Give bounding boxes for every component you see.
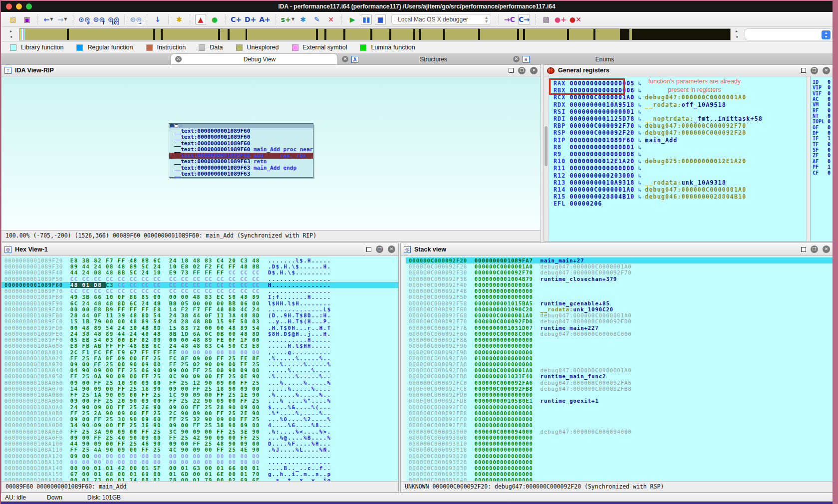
register-row[interactable]: R14 000000C0000001A0 ↳ debug047:000000C0… [549, 186, 806, 193]
float-panel-button[interactable] [509, 68, 514, 73]
flag-row[interactable]: DF 0 [811, 130, 833, 136]
tab-enums[interactable]: ✕ ≡ Enums [509, 54, 680, 64]
hex-row[interactable]: 000000000108A040 04 90 09 00 FF 25 06 90… [1, 367, 398, 373]
follow-pointer-icon[interactable]: ↳ [634, 186, 645, 193]
hex-row[interactable]: 000000000108A020 FF 25 FA 8F 09 00 FF 25… [1, 355, 398, 361]
lumina-icon[interactable]: ● [209, 14, 220, 25]
register-row[interactable]: R11 0000000000000000 ↳ [549, 165, 806, 172]
create-function-icon[interactable]: ✱ [297, 14, 308, 25]
stack-row[interactable]: 000000C000093000 000000C000094000 debug0… [406, 429, 833, 435]
register-row[interactable]: R10 00000000012E1A20 ↳ debug025:00000000… [549, 158, 806, 165]
navband-combobox[interactable]: ▲▼ [745, 28, 833, 40]
undefine-icon[interactable]: ✕ [325, 14, 336, 25]
highlight-lock-icon[interactable]: ✱ [174, 14, 185, 25]
follow-pointer-icon[interactable]: ↳ [634, 144, 645, 151]
hex-row[interactable]: 000000000108A030 09 00 FF 25 00 90 09 00… [1, 361, 398, 367]
stack-row[interactable]: 000000C000093038 0000000000000000 [406, 471, 833, 477]
follow-pointer-icon[interactable]: ↳ [634, 101, 645, 108]
register-row[interactable]: R15 0000000028804B10 ↳ debug046:00000000… [549, 193, 806, 200]
flag-row[interactable]: IOPL 0 [811, 119, 833, 124]
hex-row[interactable]: 0000000001089F30 89 44 24 08 48 89 5C 24… [1, 263, 398, 269]
stack-row[interactable]: 000000C000092F60 0000000001090C20 __roda… [406, 306, 833, 312]
flag-row[interactable]: VIP 0 [811, 85, 833, 90]
hex-row[interactable]: 000000000108A090 09 00 FF 25 20 90 09 00… [1, 398, 398, 404]
stack-row[interactable]: 000000C000092F88 0000000000000000 [406, 337, 833, 343]
navigate-back-icon[interactable]: ←▼ [43, 14, 54, 25]
search-value-icon[interactable]: ⊙⊙101 [108, 14, 119, 25]
create-data-icon[interactable]: D+ [245, 14, 256, 25]
flag-row[interactable]: NT 0 [811, 113, 833, 119]
hex-row[interactable]: 0000000001089FF0 05 EB 54 03 00 BF 02 00… [1, 337, 398, 343]
create-code-icon[interactable]: C+ [231, 14, 242, 25]
stack-row[interactable]: 000000C000093010 0000000000000000 [406, 441, 833, 447]
register-row[interactable]: RCX 000000C0000001A0 ↳ debug047:000000C0… [549, 94, 806, 101]
ida-view-header[interactable]: ≡ IDA View-RIP ❐ ✕ [1, 65, 541, 76]
stack-row[interactable]: 000000C000093040 0000000000000000 [406, 477, 833, 481]
hex-row[interactable]: 000000000108A080 FF 25 1A 90 09 00 FF 25… [1, 392, 398, 398]
hex-row[interactable]: 000000000108A100 44 90 09 00 FF 25 46 90… [1, 441, 398, 447]
follow-pointer-icon[interactable]: ↳ [634, 129, 645, 136]
stack-row[interactable]: 000000C000092FD0 0000000000000000 [406, 392, 833, 398]
follow-pointer-icon[interactable]: ↳ [634, 122, 645, 129]
float-panel-button[interactable] [801, 247, 806, 252]
stack-row[interactable]: 000000C000092F20 0000000001089FA7 main_m… [406, 257, 833, 263]
stack-view-header[interactable]: ◎ Stack view ❐ ✕ [401, 243, 833, 256]
float-panel-button[interactable] [366, 247, 371, 252]
search-text-icon[interactable]: ⊙⊙T [93, 14, 104, 25]
register-row[interactable]: RDI 0000000001125D78 ↳ __noptrdata:_fmt.… [549, 115, 806, 122]
stack-row[interactable]: 000000C000093008 0000000000000000 [406, 435, 833, 441]
stack-dump[interactable]: 000000C000092F20 0000000001089FA7 main_m… [401, 256, 833, 481]
step-into-icon[interactable]: →C [504, 14, 515, 25]
follow-pointer-icon[interactable]: ↳ [634, 137, 645, 144]
hex-row[interactable]: 0000000001089F90 6C 24 48 48 8D 6C 24 48… [1, 300, 398, 306]
navband-right-arrows[interactable]: ▸◂ [734, 28, 740, 39]
stack-row[interactable]: 000000C000092FF8 0000000000000000 [406, 422, 833, 428]
follow-pointer-icon[interactable]: ↳ [634, 158, 645, 165]
close-panel-button[interactable]: ✕ [823, 246, 830, 253]
stack-row[interactable]: 000000C000093018 0000000000000000 [406, 447, 833, 453]
register-row[interactable]: R13 00000000010A9318 ↳ __rodata:unk_10A9… [549, 179, 806, 186]
float-panel-button[interactable] [801, 68, 806, 73]
close-icon[interactable]: ✕ [342, 56, 348, 62]
hex-row[interactable]: 000000000108A0C0 09 00 FF 25 30 90 09 00… [1, 416, 398, 422]
follow-pointer-icon[interactable]: ↳ [634, 179, 645, 186]
register-row[interactable]: RSI 0000000000000001 ↳ [549, 108, 806, 115]
close-panel-button[interactable]: ✕ [823, 67, 830, 74]
close-icon[interactable]: ✕ [513, 56, 520, 62]
register-row[interactable]: RIP 0000000001089F60 ↳ main_Add [549, 137, 806, 144]
flag-row[interactable]: TF 0 [811, 142, 833, 147]
problems-icon[interactable]: ▲ [195, 14, 206, 25]
registers-header[interactable]: General registers ❐ ✕ [544, 65, 833, 76]
hex-row[interactable]: 000000000108A0D0 34 90 09 00 FF 25 36 90… [1, 422, 398, 428]
flag-row[interactable]: IF 1 [811, 136, 833, 141]
stack-row[interactable]: 000000C000092FC8 000000C000092FB8 debug0… [406, 386, 833, 392]
hex-row[interactable]: 0000000001089F70 CC CC CC CC CC CC CC CC… [1, 288, 398, 294]
continue-process-icon[interactable]: ▶ [347, 14, 358, 25]
hex-view-header[interactable]: ◎ Hex View-1 ❐ ✕ [1, 243, 398, 256]
hex-row[interactable]: 0000000001089FD0 00 48 89 54 24 30 48 8D… [1, 325, 398, 331]
hex-row[interactable]: 000000000108A0B0 FF 25 2A 90 09 00 FF 25… [1, 410, 398, 416]
hex-row[interactable]: 000000000108A110 FF 25 4A 90 09 00 FF 25… [1, 447, 398, 453]
stop-process-icon[interactable]: ■ [375, 14, 386, 25]
hex-row[interactable]: 000000000108A160 00 01 73 00 01 74 00 01… [1, 477, 398, 481]
flag-row[interactable]: ZF 0 [811, 153, 833, 158]
follow-pointer-icon[interactable]: ↳ [634, 151, 645, 158]
hex-row[interactable]: 000000000108A060 09 00 FF 25 10 90 09 00… [1, 380, 398, 386]
hex-row[interactable]: 0000000001089FA0 00 00 E8 B9 FF FF FF E8… [1, 306, 398, 312]
close-panel-button[interactable]: ✕ [388, 246, 395, 253]
follow-pointer-icon[interactable]: ↳ [634, 165, 645, 172]
create-struct-icon[interactable]: s+▼ [281, 14, 294, 25]
follow-pointer-icon[interactable]: ↳ [634, 115, 645, 122]
hex-row[interactable]: 0000000001089FB0 28 44 0F 11 39 48 8D 54… [1, 312, 398, 318]
stack-row[interactable]: 000000C000092F80 000000C00008C000 debug0… [406, 331, 833, 337]
hex-row[interactable]: 000000000108A000 E8 FB AB FF FF 48 8B 6C… [1, 343, 398, 349]
stack-row[interactable]: 000000C000092F38 0000000001004B79 runtim… [406, 276, 833, 282]
flag-row[interactable]: RF 0 [811, 108, 833, 113]
stack-row[interactable]: 000000C000092FE0 0000000000000000 [406, 404, 833, 410]
stack-row[interactable]: 000000C000092FE8 0000000000000000 [406, 410, 833, 416]
tab-debug-view[interactable]: ✕ Debug View [171, 54, 337, 64]
flag-row[interactable]: PF 1 [811, 164, 833, 170]
stack-row[interactable]: 000000C000093028 0000000000000000 [406, 459, 833, 465]
open-file-icon[interactable]: ▨ [7, 14, 18, 25]
flag-row[interactable]: ID 0 [811, 79, 833, 85]
